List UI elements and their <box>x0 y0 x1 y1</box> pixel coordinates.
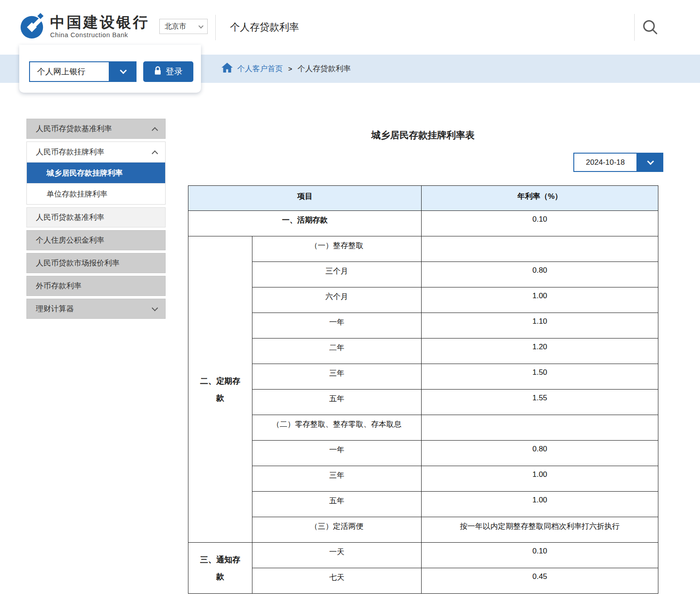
region-select[interactable]: 北京市 <box>159 19 208 34</box>
sidebar-item-label: 人民币存贷款基准利率 <box>36 124 112 134</box>
rate-table: 项目 年利率（%） 一、活期存款0.10二、定期存款（一）整存整取三个月0.80… <box>188 185 658 594</box>
sidebar-item-foreign-currency-deposit[interactable]: 外币存款利率 <box>26 276 166 296</box>
sidebar-item-label: 外币存款利率 <box>36 281 81 291</box>
breadcrumb-separator: > <box>288 65 292 73</box>
item-cell: 一年 <box>252 441 422 466</box>
table-row: 五年1.00 <box>188 492 658 517</box>
table-row: 二年1.20 <box>188 339 658 364</box>
table-row: （二）零存整取、整存零取、存本取息 <box>188 415 658 441</box>
item-cell: 五年 <box>252 492 422 517</box>
column-header-item: 项目 <box>188 186 422 211</box>
login-panel: 个人网上银行 登录 <box>19 45 201 93</box>
item-cell: 一年 <box>252 313 422 339</box>
rate-cell: 0.80 <box>422 262 658 287</box>
sidebar-group-rmb-listed-deposit: 人民币存款挂牌利率 城乡居民存款挂牌利率 单位存款挂牌利率 <box>26 141 166 205</box>
date-select-dropdown-button[interactable] <box>637 153 663 172</box>
header-divider <box>215 15 216 40</box>
lock-icon <box>154 66 162 77</box>
item-cell: 一天 <box>252 543 422 568</box>
login-button[interactable]: 登录 <box>143 61 193 82</box>
item-cell: （一）整存整取 <box>252 236 422 262</box>
rate-cell: 0.80 <box>422 441 658 466</box>
sidebar-item-label: 人民币贷款市场报价利率 <box>36 258 120 268</box>
chevron-down-icon <box>152 304 158 311</box>
table-row: 三个月0.80 <box>188 262 658 287</box>
rate-cell: 1.00 <box>422 492 658 517</box>
table-row: 五年1.55 <box>188 390 658 415</box>
item-cell: 三个月 <box>252 262 422 287</box>
column-header-rate: 年利率（%） <box>422 186 658 211</box>
item-cell: （二）零存整取、整存零取、存本取息 <box>252 415 422 441</box>
header-divider <box>634 14 635 41</box>
chevron-up-icon <box>152 127 158 133</box>
table-row: 三、通知存款一天0.10 <box>188 543 658 568</box>
item-cell: 六个月 <box>252 287 422 313</box>
sidebar-menu: 人民币存贷款基准利率 人民币存款挂牌利率 城乡居民存款挂牌利率 单位存款挂牌利率… <box>26 119 166 321</box>
table-row: 三年1.50 <box>188 364 658 390</box>
sidebar-item-resident-deposit-rates[interactable]: 城乡居民存款挂牌利率 <box>27 162 165 183</box>
chevron-up-icon <box>152 150 158 156</box>
rate-cell: 1.10 <box>422 313 658 339</box>
rate-cell <box>422 415 658 441</box>
brand-name-cn: 中国建设银行 <box>50 14 149 30</box>
item-cell: 三年 <box>252 364 422 390</box>
ccb-logo: 中国建设银行 China Construction Bank <box>20 12 149 41</box>
table-header-row: 项目 年利率（%） <box>188 186 658 211</box>
sidebar-item-corporate-deposit-rates[interactable]: 单位存款挂牌利率 <box>27 183 165 204</box>
breadcrumb: 个人客户首页 > 个人存贷款利率 <box>221 55 351 83</box>
region-select-value: 北京市 <box>165 22 186 31</box>
item-cell: 二年 <box>252 339 422 364</box>
channel-select[interactable]: 个人网上银行 <box>29 61 137 82</box>
rate-cell <box>422 236 658 262</box>
rate-cell: 1.20 <box>422 339 658 364</box>
rate-cell: 按一年以内定期整存整取同档次利率打六折执行 <box>422 517 658 543</box>
page: 中国建设银行 China Construction Bank 北京市 个人存贷款… <box>0 0 700 600</box>
chevron-down-icon <box>120 67 127 74</box>
sidebar-item-label: 理财计算器 <box>36 304 74 314</box>
sidebar-item-rmb-benchmark-loan[interactable]: 人民币贷款基准利率 <box>26 207 166 227</box>
sidebar-item-label: 人民币存款挂牌利率 <box>36 147 104 157</box>
table-row: 三年1.00 <box>188 466 658 492</box>
rate-cell: 0.10 <box>422 543 658 568</box>
breadcrumb-home-label: 个人客户首页 <box>237 64 283 74</box>
search-button[interactable] <box>640 18 661 39</box>
brand-name-en: China Construction Bank <box>50 31 149 39</box>
rate-cell: 0.45 <box>422 568 658 594</box>
table-row: 六个月1.00 <box>188 287 658 313</box>
group-cell-time-deposit: 二、定期存款 <box>188 236 252 543</box>
table-row: （三）定活两便按一年以内定期整存整取同档次利率打六折执行 <box>188 517 658 543</box>
rate-cell: 0.10 <box>422 211 658 236</box>
table-row: 一年0.80 <box>188 441 658 466</box>
item-cell: （三）定活两便 <box>252 517 422 543</box>
ccb-logo-icon <box>20 12 46 41</box>
rate-cell: 1.00 <box>422 287 658 313</box>
date-select[interactable]: 2024-10-18 <box>573 153 663 172</box>
sidebar-item-housing-fund-rates[interactable]: 个人住房公积金利率 <box>26 230 166 250</box>
sidebar-item-rmb-benchmark-deposit-loan[interactable]: 人民币存贷款基准利率 <box>26 119 166 139</box>
chevron-down-icon <box>647 158 654 165</box>
table-row: 二、定期存款（一）整存整取 <box>188 236 658 262</box>
channel-select-dropdown-button[interactable] <box>110 61 137 82</box>
sidebar-item-finance-calculator[interactable]: 理财计算器 <box>26 299 166 319</box>
home-icon <box>221 62 233 75</box>
item-cell: 一、活期存款 <box>188 211 422 236</box>
search-icon <box>641 19 659 38</box>
rate-table-body: 一、活期存款0.10二、定期存款（一）整存整取三个月0.80六个月1.00一年1… <box>188 211 658 594</box>
table-row: 一、活期存款0.10 <box>188 211 658 236</box>
group-cell-notice-deposit: 三、通知存款 <box>188 543 252 594</box>
item-cell: 五年 <box>252 390 422 415</box>
breadcrumb-home-link[interactable]: 个人客户首页 <box>221 62 283 75</box>
rate-cell: 1.00 <box>422 466 658 492</box>
sidebar-item-rmb-listed-deposit[interactable]: 人民币存款挂牌利率 <box>27 142 165 162</box>
item-cell: 三年 <box>252 466 422 492</box>
page-title: 个人存贷款利率 <box>230 21 299 34</box>
table-row: 七天0.45 <box>188 568 658 594</box>
table-row: 一年1.10 <box>188 313 658 339</box>
item-cell: 七天 <box>252 568 422 594</box>
login-button-label: 登录 <box>166 66 183 77</box>
sidebar-item-label: 单位存款挂牌利率 <box>47 189 107 199</box>
table-title: 城乡居民存款挂牌利率表 <box>188 129 658 141</box>
sidebar-item-label: 城乡居民存款挂牌利率 <box>47 168 123 178</box>
sidebar-item-lpr[interactable]: 人民币贷款市场报价利率 <box>26 253 166 273</box>
sidebar-item-label: 人民币贷款基准利率 <box>36 212 104 223</box>
